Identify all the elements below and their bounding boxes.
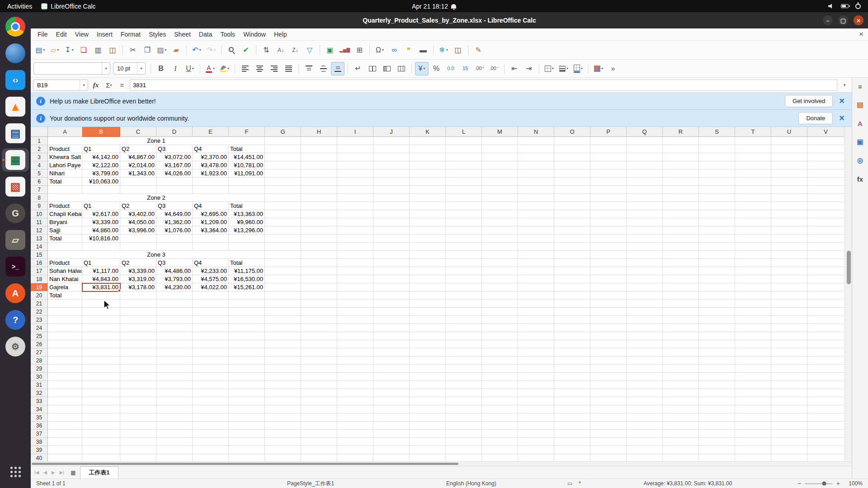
cell-H1[interactable] <box>301 137 337 145</box>
cell-P4[interactable] <box>590 161 627 169</box>
cell-H12[interactable] <box>301 226 337 235</box>
cell-U12[interactable] <box>771 226 807 235</box>
background-color-button[interactable]: ▾ <box>218 62 231 75</box>
cell-F37[interactable] <box>229 430 265 438</box>
align-center-button[interactable] <box>253 62 266 75</box>
minimize-button[interactable]: – <box>823 15 833 25</box>
cell-C6[interactable] <box>120 178 156 186</box>
cell-E31[interactable] <box>193 381 229 389</box>
cell-T18[interactable] <box>735 275 771 283</box>
row-header-8[interactable]: 8 <box>31 194 48 202</box>
cell-R6[interactable] <box>663 178 699 186</box>
cell-N26[interactable] <box>518 340 554 348</box>
cell-P24[interactable] <box>590 324 627 332</box>
cell-D29[interactable] <box>156 365 193 373</box>
cell-K14[interactable] <box>410 243 446 251</box>
formula-input[interactable] <box>130 80 837 91</box>
cell-T14[interactable] <box>735 243 771 251</box>
cell-R12[interactable] <box>663 226 699 235</box>
cell-H35[interactable] <box>301 413 337 422</box>
cell-N38[interactable] <box>518 438 554 446</box>
cell-M39[interactable] <box>482 446 518 454</box>
cell-J19[interactable] <box>373 283 410 291</box>
cell-R10[interactable] <box>663 210 699 218</box>
cell-K40[interactable] <box>410 454 446 461</box>
cell-A28[interactable] <box>48 357 82 365</box>
cell-G9[interactable] <box>265 202 301 210</box>
cell-F7[interactable] <box>229 186 265 194</box>
cell-V6[interactable] <box>807 178 844 186</box>
cell-H4[interactable] <box>301 161 337 169</box>
row-header-31[interactable]: 31 <box>31 381 48 389</box>
cell-O3[interactable] <box>554 153 590 161</box>
cell-J33[interactable] <box>373 397 410 405</box>
cell-D22[interactable] <box>156 308 193 316</box>
active-app-menu[interactable]: LibreOffice Calc <box>41 3 95 10</box>
cell-T40[interactable] <box>735 454 771 461</box>
cell-A39[interactable] <box>48 446 82 454</box>
hyperlink-button[interactable]: ∞ <box>387 43 401 57</box>
cell-M37[interactable] <box>482 430 518 438</box>
cell-V39[interactable] <box>807 446 844 454</box>
cell-N9[interactable] <box>518 202 554 210</box>
row-header-1[interactable]: 1 <box>31 137 48 145</box>
autofilter-button[interactable]: ▽ <box>303 43 316 57</box>
sum-button[interactable]: Σ ▾ <box>104 81 114 89</box>
cell-H2[interactable] <box>301 145 337 153</box>
cell-V23[interactable] <box>807 316 844 324</box>
redo-button[interactable]: ↷▾ <box>204 43 218 57</box>
cell-G2[interactable] <box>265 145 301 153</box>
cell-Q10[interactable] <box>627 210 663 218</box>
cell-T27[interactable] <box>735 348 771 357</box>
cell-P28[interactable] <box>590 357 627 365</box>
cell-R15[interactable] <box>663 251 699 259</box>
cell-T35[interactable] <box>735 413 771 422</box>
cell-N15[interactable] <box>518 251 554 259</box>
functions-icon[interactable]: fx <box>854 173 866 185</box>
cell-B2[interactable]: Q1 <box>82 145 120 153</box>
zoom-in-button[interactable]: + <box>836 480 840 487</box>
border-style-button[interactable]: ▾ <box>557 62 571 75</box>
cell-D31[interactable] <box>156 381 193 389</box>
cell-E27[interactable] <box>193 348 229 357</box>
cell-A23[interactable] <box>48 316 82 324</box>
cell-H21[interactable] <box>301 300 337 308</box>
cell-S25[interactable] <box>699 332 735 340</box>
cell-U38[interactable] <box>771 438 807 446</box>
cell-G5[interactable] <box>265 169 301 178</box>
row-header-6[interactable]: 6 <box>31 178 48 186</box>
cell-U23[interactable] <box>771 316 807 324</box>
cell-U14[interactable] <box>771 243 807 251</box>
cell-K34[interactable] <box>410 405 446 413</box>
cell-K38[interactable] <box>410 438 446 446</box>
cell-S12[interactable] <box>699 226 735 235</box>
cell-B39[interactable] <box>82 446 120 454</box>
language-status[interactable]: English (Hong Kong) <box>446 480 567 487</box>
cell-H37[interactable] <box>301 430 337 438</box>
cell-H15[interactable] <box>301 251 337 259</box>
cell-K5[interactable] <box>410 169 446 178</box>
cell-H26[interactable] <box>301 340 337 348</box>
borders-button[interactable]: ▾ <box>542 62 556 75</box>
cell-E10[interactable]: ¥2,695.00 <box>193 210 229 218</box>
cell-S5[interactable] <box>699 169 735 178</box>
dock-item-settings[interactable]: ⚙ <box>2 335 29 358</box>
cell-J16[interactable] <box>373 259 410 267</box>
cell-V24[interactable] <box>807 324 844 332</box>
cell-U3[interactable] <box>771 153 807 161</box>
cell-C40[interactable] <box>120 454 156 461</box>
cell-M12[interactable] <box>482 226 518 235</box>
cell-S31[interactable] <box>699 381 735 389</box>
special-character-button[interactable]: Ω▾ <box>373 43 387 57</box>
cell-D2[interactable]: Q3 <box>156 145 193 153</box>
cell-K15[interactable] <box>410 251 446 259</box>
cell-P31[interactable] <box>590 381 627 389</box>
cell-B25[interactable] <box>82 332 120 340</box>
row-header-18[interactable]: 18 <box>31 275 48 283</box>
cell-I32[interactable] <box>337 389 373 397</box>
chevron-down-icon[interactable]: ▾ <box>566 66 568 70</box>
cell-C26[interactable] <box>120 340 156 348</box>
previous-sheet-button[interactable]: ◀ <box>42 469 49 476</box>
cell-R16[interactable] <box>663 259 699 267</box>
cell-G14[interactable] <box>265 243 301 251</box>
